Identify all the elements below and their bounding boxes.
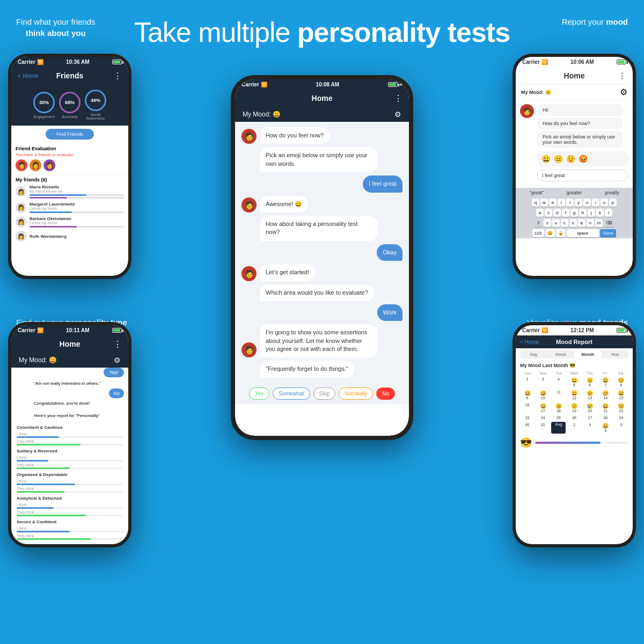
rb-cal-27: 27 bbox=[583, 415, 597, 421]
key-u[interactable]: u bbox=[583, 199, 591, 207]
key-d[interactable]: d bbox=[553, 209, 561, 217]
rt-emoji-3[interactable]: 😟 bbox=[566, 155, 575, 163]
rb-cal-header: Sun Mon Tue Wed Thu Fri Sat bbox=[516, 370, 633, 376]
lb-more-icon[interactable]: ⋮ bbox=[113, 339, 122, 349]
key-send[interactable]: Send bbox=[600, 229, 617, 237]
lb-battery bbox=[112, 328, 122, 333]
key-q[interactable]: q bbox=[532, 199, 539, 207]
friend-desc-3: I know my friend bbox=[30, 221, 124, 225]
lt-status-icons bbox=[112, 60, 122, 64]
lt-engagement-label: Engagement bbox=[33, 115, 55, 119]
skip-button[interactable]: Skip bbox=[313, 387, 335, 400]
rb-cal-19: 😟19 bbox=[567, 402, 581, 414]
rb-cal-grid: 2 3 4 😀5 😐6 😀7 😊8 😀9 😀10 11 😀12 😐13 😊14 … bbox=[516, 376, 633, 434]
rt-keyboard-row-1: q w e r t y u i o p bbox=[516, 197, 633, 208]
rt-suggest-2[interactable]: greater bbox=[567, 190, 582, 195]
bubble-11: "Frequently forget to do things." bbox=[260, 361, 354, 377]
lb-no-area: No bbox=[11, 390, 128, 397]
rb-cal-aug4: 😀4 bbox=[598, 422, 613, 434]
bubble-6: Okay bbox=[377, 244, 402, 261]
no-button[interactable]: No bbox=[376, 387, 395, 400]
key-t[interactable]: t bbox=[566, 199, 574, 207]
rb-back-btn[interactable]: < Home bbox=[520, 339, 539, 345]
rb-cal-fri: Fri bbox=[597, 370, 613, 376]
rb-tab-month[interactable]: Month bbox=[574, 350, 602, 358]
center-nav-more-icon[interactable]: ⋮ bbox=[394, 93, 402, 104]
center-chat-messages: 🧑 How do you feel now? Pick an emoji bel… bbox=[235, 122, 409, 383]
rb-tab-day[interactable]: Day bbox=[520, 350, 547, 358]
lb-personality-list: Consistent & Cautious I think They think… bbox=[11, 422, 128, 544]
key-s[interactable]: s bbox=[545, 209, 552, 217]
lb-mood-text: My Mood: 😀 bbox=[19, 356, 57, 364]
rt-pick-emoji-bubble: Pick an emoji below or simply use your o… bbox=[537, 131, 623, 148]
key-z[interactable]: z bbox=[544, 219, 551, 227]
find-friends-button[interactable]: Find Friends bbox=[46, 129, 94, 140]
rt-more-icon[interactable]: ⋮ bbox=[618, 71, 626, 81]
msg-row-10: 🧑 I'm going to show you some assertions … bbox=[241, 324, 402, 357]
rt-emoji-2[interactable]: 😐 bbox=[554, 155, 563, 163]
key-emoji[interactable]: 😀 bbox=[545, 229, 555, 237]
lt-more-icon[interactable]: ⋮ bbox=[113, 71, 122, 81]
msg-row-6: Okay bbox=[241, 244, 402, 261]
lt-eval-avatars: 👩 👩 👩 bbox=[16, 159, 124, 171]
rt-settings-icon[interactable]: ⚙ bbox=[620, 87, 627, 97]
key-shift[interactable]: ⇧ bbox=[535, 219, 543, 227]
key-a[interactable]: a bbox=[536, 209, 544, 217]
lb-screen: Carrier 🛜 10:11 AM Home ⋮ My Mood: 😀 ⚙ Y… bbox=[11, 325, 128, 544]
key-lock[interactable]: 🔒 bbox=[556, 229, 566, 237]
key-b[interactable]: b bbox=[578, 219, 586, 227]
lb-they-think-1: They think bbox=[17, 440, 34, 443]
key-x[interactable]: x bbox=[552, 219, 560, 227]
key-y[interactable]: y bbox=[575, 199, 582, 207]
key-m[interactable]: m bbox=[595, 219, 603, 227]
center-status-icons: + bbox=[388, 82, 402, 87]
key-r[interactable]: r bbox=[558, 199, 565, 207]
rb-cal-sun: Sun bbox=[520, 370, 536, 376]
key-k[interactable]: k bbox=[596, 209, 604, 217]
somewhat-button[interactable]: Somewhat bbox=[273, 387, 310, 400]
rb-cal-5: 😀5 bbox=[567, 376, 581, 388]
rb-cal-9: 😀9 bbox=[520, 389, 535, 401]
key-p[interactable]: p bbox=[609, 199, 617, 207]
center-mood-bar: My Mood: 😀 ⚙ bbox=[235, 107, 409, 122]
lt-back-btn[interactable]: < Home bbox=[18, 72, 39, 79]
center-nav-bar: Home ⋮ bbox=[235, 90, 409, 107]
rt-suggest-1[interactable]: "great" bbox=[529, 190, 544, 195]
settings-icon[interactable]: ⚙ bbox=[394, 110, 401, 119]
key-o[interactable]: o bbox=[601, 199, 608, 207]
main-header: Take multiple personality tests bbox=[0, 0, 644, 48]
key-123[interactable]: 123 bbox=[532, 229, 544, 237]
rb-cal-aug5: 5 bbox=[614, 422, 628, 434]
lt-status-bar: Carrier 🛜 10:36 AM bbox=[11, 57, 128, 67]
rb-progress-fill bbox=[535, 442, 601, 444]
rt-feel-input[interactable]: I feel great bbox=[537, 170, 628, 181]
key-n[interactable]: n bbox=[587, 219, 594, 227]
key-h[interactable]: h bbox=[579, 209, 587, 217]
key-l[interactable]: l bbox=[605, 209, 612, 217]
lb-settings-icon[interactable]: ⚙ bbox=[114, 356, 121, 364]
msg-row-9: Work bbox=[241, 304, 402, 321]
rt-emoji-1[interactable]: 😀 bbox=[541, 155, 551, 163]
rb-tab-year[interactable]: Year bbox=[602, 350, 629, 358]
yes-button[interactable]: Yes bbox=[249, 387, 269, 400]
key-c[interactable]: c bbox=[561, 219, 568, 227]
key-j[interactable]: j bbox=[588, 209, 595, 217]
not-really-button[interactable]: Not really bbox=[339, 387, 373, 400]
rb-tab-week[interactable]: Week bbox=[547, 350, 575, 358]
key-space[interactable]: space bbox=[567, 229, 599, 237]
lt-battery-icon bbox=[112, 60, 122, 64]
key-g[interactable]: g bbox=[570, 209, 578, 217]
key-e[interactable]: e bbox=[549, 199, 557, 207]
rb-cal-20: 😢20 bbox=[583, 402, 597, 414]
rt-suggest-3[interactable]: greatly bbox=[605, 190, 619, 195]
key-w[interactable]: w bbox=[540, 199, 548, 207]
key-delete[interactable]: ⌫ bbox=[604, 219, 614, 227]
rb-cal-25: 25 bbox=[551, 415, 566, 421]
lb-yep-bubble: Yep! bbox=[104, 368, 124, 377]
key-f[interactable]: f bbox=[562, 209, 569, 217]
rt-chat-container: 🧑 Hi! How do you feel now? Pick an emoji… bbox=[516, 100, 633, 188]
rt-emoji-4[interactable]: 😡 bbox=[579, 155, 588, 163]
rb-mood-progress: 😎 bbox=[520, 437, 628, 449]
key-i[interactable]: i bbox=[592, 199, 599, 207]
key-v[interactable]: v bbox=[569, 219, 577, 227]
